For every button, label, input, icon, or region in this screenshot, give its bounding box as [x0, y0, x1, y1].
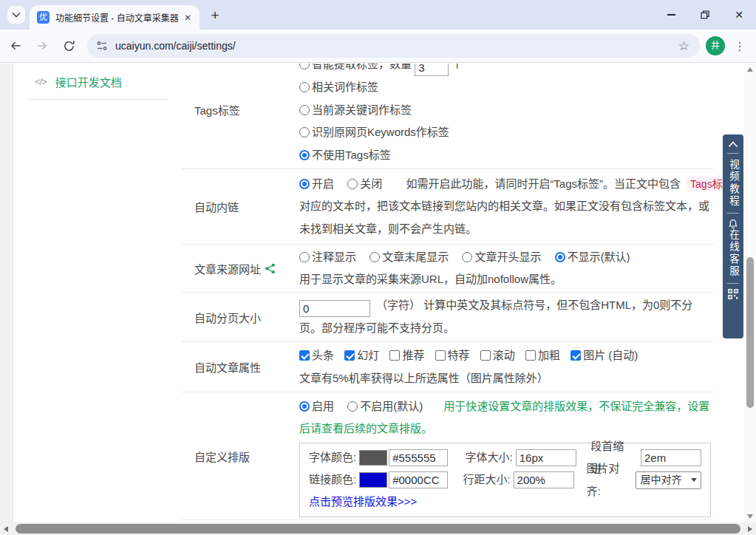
vertical-scrollbar-thumb[interactable] — [746, 257, 754, 408]
forward-button[interactable] — [31, 35, 53, 57]
scroll-down-arrow[interactable] — [747, 514, 753, 519]
vertical-scrollbar[interactable] — [744, 64, 756, 522]
checkbox-image[interactable] — [571, 350, 581, 361]
row-typography: 自定义排版 启用 不启用(默认) 用于快速设置文章的排版效果，不保证完全兼容，设… — [182, 392, 713, 520]
tab-favicon: 优 — [37, 11, 50, 24]
inner-link-off-option: 关闭 — [347, 177, 382, 190]
inner-link-desc1: 如需开启此功能，请同时开启“Tags标签”。当正文中包含 — [406, 177, 681, 190]
checkbox-scroll[interactable] — [480, 350, 491, 361]
link-color-swatch[interactable] — [359, 472, 387, 488]
browser-window: 优 功能细节设置 - 自动文章采集器 ✕ + ✕ ucaiyun.com/cai… — [0, 0, 756, 535]
tab-search-button[interactable] — [7, 6, 25, 24]
horizontal-scrollbar[interactable] — [0, 522, 756, 535]
row-typography-label: 自定义排版 — [182, 392, 299, 519]
pagination-size-input[interactable] — [299, 300, 370, 317]
back-button[interactable] — [4, 35, 27, 57]
minimize-icon — [667, 14, 675, 15]
url-bar[interactable]: ucaiyun.com/caiji/settings/ ☆ — [87, 34, 700, 58]
image-align-select[interactable]: 居中对齐 — [636, 471, 701, 489]
source-option-start: 文章开头显示 — [462, 251, 541, 263]
video-tutorial-button[interactable]: 视频教程 — [723, 159, 743, 208]
new-tab-button[interactable]: + — [205, 6, 225, 25]
site-settings-icon[interactable] — [96, 40, 108, 52]
font-color-group: 字体颜色: — [309, 446, 466, 469]
video-tutorial-label: 视频教程 — [723, 159, 743, 208]
radio-source-comment[interactable] — [299, 252, 310, 262]
row-source-url: 文章来源网址 注释显示 文章末尾显示 文章开头显示 不显示(默认) 用于显示文章… — [182, 245, 713, 293]
restore-icon — [701, 10, 709, 19]
page-content: </> 接口开发文档 Tags标签 智能提取标签，数量 个 相关词作标签 当前源… — [0, 64, 756, 535]
radio-no-tags[interactable] — [299, 150, 310, 160]
row-inner-link: 自动内链 开启 关闭 如需开启此功能，请同时开启“Tags标签”。当正文中包含T… — [182, 169, 713, 245]
settings-form: Tags标签 智能提取标签，数量 个 相关词作标签 当前源关键词作标签 识别原网… — [182, 64, 713, 520]
api-doc-link[interactable]: 接口开发文档 — [55, 74, 122, 89]
radio-related-tags[interactable] — [299, 82, 310, 92]
radio-smart-tags[interactable] — [299, 64, 310, 69]
radio-inner-link-on[interactable] — [299, 179, 310, 189]
checkbox-special[interactable] — [435, 350, 446, 361]
checkbox-headline[interactable] — [299, 350, 310, 361]
back-to-top-button[interactable] — [728, 141, 738, 148]
scroll-up-arrow[interactable] — [747, 67, 753, 72]
image-align-group: 图片对齐: 居中对齐 — [587, 457, 701, 502]
horizontal-scrollbar-thumb[interactable] — [16, 524, 740, 534]
row-attributes-label: 自动文章属性 — [182, 342, 299, 392]
radio-inner-link-off[interactable] — [347, 179, 358, 189]
radio-typo-enable[interactable] — [299, 401, 310, 412]
radio-source-hide[interactable] — [555, 252, 565, 262]
typo-enable-option: 启用 — [299, 400, 334, 412]
pagination-line: （字符） 计算中英文及其标点符号，但不包含HTML，为0则不分页。部分程序可能不… — [299, 294, 713, 340]
online-service-button[interactable]: 在线客服 — [723, 219, 743, 278]
menu-kebab-icon[interactable]: ⋮ — [734, 39, 746, 53]
link-color-input[interactable] — [389, 471, 448, 488]
checkbox-recommend[interactable] — [389, 350, 400, 361]
bookmark-star-icon[interactable]: ☆ — [675, 38, 692, 54]
qr-code-button[interactable] — [728, 289, 738, 299]
radio-page-keywords-tags[interactable] — [299, 127, 310, 137]
window-close-button[interactable]: ✕ — [722, 0, 756, 30]
page-left-gutter — [0, 64, 13, 522]
typo-disable-option: 不启用(默认) — [347, 400, 423, 412]
reload-button[interactable] — [58, 35, 80, 57]
browser-toolbar: ucaiyun.com/caiji/settings/ ☆ 井 ⋮ — [0, 30, 756, 63]
attr-image: 图片 (自动) — [571, 349, 638, 361]
scroll-right-arrow[interactable] — [748, 526, 752, 532]
typography-settings-box: 字体颜色: 字体大小: 段首缩进: — [299, 443, 711, 517]
font-size-input[interactable] — [516, 449, 576, 466]
attr-recommend: 推荐 — [389, 349, 424, 361]
row-tags-label: Tags标签 — [182, 64, 299, 168]
window-restore-button[interactable] — [688, 0, 722, 30]
line-height-input[interactable] — [514, 471, 574, 488]
attr-bold: 加粗 — [525, 349, 560, 361]
radio-source-start[interactable] — [462, 252, 472, 262]
window-minimize-button[interactable] — [654, 0, 688, 30]
radio-source-end[interactable] — [370, 252, 380, 262]
preview-typography-link[interactable]: 点击预览排版效果>>> — [309, 491, 417, 514]
select-caret-icon — [691, 478, 697, 482]
url-text[interactable]: ucaiyun.com/caiji/settings/ — [115, 40, 675, 52]
tab-close-icon[interactable]: ✕ — [182, 12, 194, 24]
reload-icon — [63, 40, 75, 52]
browser-tab[interactable]: 优 功能细节设置 - 自动文章采集器 ✕ — [30, 5, 200, 30]
link-color-group: 链接颜色: — [309, 468, 463, 491]
sidebar-divider — [27, 99, 168, 100]
tags-count-input[interactable] — [415, 64, 449, 76]
scroll-left-arrow[interactable] — [4, 526, 8, 532]
online-service-label: 在线客服 — [723, 229, 743, 278]
checkbox-bold[interactable] — [525, 350, 536, 361]
font-size-group: 字体大小: — [466, 446, 591, 469]
tags-option-none: 不使用Tags标签 — [299, 144, 713, 167]
sidebar-item-api-doc[interactable]: </> 接口开发文档 — [14, 64, 181, 89]
forward-arrow-icon — [35, 39, 49, 52]
font-color-swatch[interactable] — [359, 450, 387, 466]
sidebar: </> 接口开发文档 — [14, 64, 181, 100]
font-color-input[interactable] — [389, 449, 448, 466]
row-tags: Tags标签 智能提取标签，数量 个 相关词作标签 当前源关键词作标签 识别原网… — [182, 64, 713, 169]
tab-strip: 优 功能细节设置 - 自动文章采集器 ✕ + ✕ — [0, 0, 756, 30]
radio-source-keyword-tags[interactable] — [299, 105, 310, 115]
radio-typo-disable[interactable] — [347, 401, 358, 412]
checkbox-slide[interactable] — [344, 350, 355, 361]
attr-scroll: 滚动 — [480, 349, 515, 361]
profile-avatar[interactable]: 井 — [706, 36, 725, 55]
row-attributes: 自动文章属性 头条 幻灯 推荐 特荐 滚动 加粗 图片 (自动) 文章有5%机率… — [182, 342, 713, 392]
